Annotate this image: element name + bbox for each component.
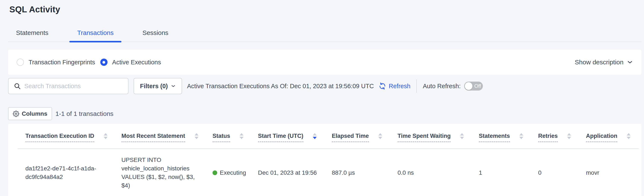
transactions-table: Transaction Execution ID Most Recent Sta… — [18, 124, 639, 196]
column-header-retries[interactable]: Retries — [530, 124, 578, 149]
table-row[interactable]: da1f21e2-de71-4c1f-a1da-dc9fc94a84a2 UPS… — [18, 149, 639, 196]
chevron-down-icon — [627, 59, 633, 65]
cell-status: Executing — [205, 149, 250, 196]
radio-label: Active Executions — [112, 59, 161, 66]
controls-row: Filters (0) Active Transaction Execution… — [8, 78, 642, 94]
column-header-start-time[interactable]: Start Time (UTC) — [250, 124, 324, 149]
column-header-most-recent-statement[interactable]: Most Recent Statement — [114, 124, 205, 149]
sort-icon — [567, 133, 571, 139]
column-header-elapsed-time[interactable]: Elapsed Time — [324, 124, 390, 149]
radio-transaction-fingerprints[interactable]: Transaction Fingerprints — [17, 59, 95, 66]
column-header-time-spent-waiting[interactable]: Time Spent Waiting — [390, 124, 471, 149]
tab-bar: Statements Transactions Sessions — [8, 27, 642, 42]
radio-active-executions[interactable]: Active Executions — [100, 59, 161, 66]
columns-button-label: Columns — [22, 110, 47, 117]
cell-most-recent-statement: UPSERT INTO vehicle_location_histories V… — [114, 149, 205, 196]
sort-icon — [627, 133, 630, 139]
radio-selected-icon[interactable] — [100, 59, 108, 66]
transactions-table-card: Transaction Execution ID Most Recent Sta… — [8, 124, 642, 196]
chevron-down-icon — [171, 84, 176, 88]
sort-icon — [104, 133, 108, 139]
radio-label: Transaction Fingerprints — [28, 59, 95, 66]
tab-sessions[interactable]: Sessions — [134, 27, 176, 41]
radio-unselected-icon[interactable] — [17, 59, 24, 66]
show-description-button[interactable]: Show description — [575, 59, 633, 66]
column-header-statements[interactable]: Statements — [471, 124, 530, 149]
show-description-label: Show description — [575, 59, 624, 66]
cell-transaction-execution-id: da1f21e2-de71-4c1f-a1da-dc9fc94a84a2 — [18, 149, 114, 196]
refresh-icon — [378, 82, 387, 90]
search-input[interactable] — [24, 83, 126, 90]
gear-icon — [13, 111, 19, 117]
sort-icon — [378, 133, 382, 139]
table-header-row: Transaction Execution ID Most Recent Sta… — [18, 124, 639, 149]
refresh-button[interactable]: Refresh — [378, 82, 410, 90]
filters-button[interactable]: Filters (0) — [134, 78, 182, 94]
columns-button[interactable]: Columns — [8, 107, 52, 120]
refresh-label: Refresh — [389, 83, 410, 90]
filters-button-label: Filters (0) — [140, 83, 168, 90]
page-title: SQL Activity — [8, 0, 642, 14]
cell-application: movr — [578, 149, 639, 196]
vertical-divider — [416, 79, 417, 93]
status-executing-dot — [212, 171, 217, 175]
table-toolbar: Columns 1-1 of 1 transactions — [8, 107, 642, 120]
auto-refresh-label: Auto Refresh: — [423, 83, 460, 90]
as-of-text: Active Transaction Executions As Of: Dec… — [187, 83, 374, 90]
auto-refresh-toggle[interactable]: Off — [464, 82, 483, 91]
sort-icon — [313, 133, 317, 139]
cell-elapsed-time: 887.0 µs — [324, 149, 390, 196]
cell-statements: 1 — [471, 149, 530, 196]
cell-start-time: Dec 01, 2023 at 19:56 — [250, 149, 324, 196]
sort-icon — [520, 133, 523, 139]
tab-statements[interactable]: Statements — [8, 27, 56, 41]
view-mode-card: Transaction Fingerprints Active Executio… — [8, 50, 642, 75]
status-label: Executing — [220, 169, 246, 177]
column-header-status[interactable]: Status — [205, 124, 250, 149]
sort-icon — [194, 133, 198, 139]
cell-retries: 0 — [530, 149, 578, 196]
tab-transactions[interactable]: Transactions — [69, 27, 122, 41]
sql-activity-page: SQL Activity Statements Transactions Ses… — [0, 0, 644, 196]
search-icon — [14, 82, 21, 90]
cell-time-spent-waiting: 0.0 ns — [390, 149, 471, 196]
sort-icon — [240, 133, 244, 139]
result-count: 1-1 of 1 transactions — [56, 110, 114, 117]
column-header-application[interactable]: Application — [578, 124, 639, 149]
toggle-state-label: Off — [474, 83, 481, 89]
sort-icon — [460, 133, 464, 139]
search-box[interactable] — [8, 78, 128, 94]
toggle-knob — [465, 82, 472, 90]
column-header-transaction-execution-id[interactable]: Transaction Execution ID — [18, 124, 114, 149]
